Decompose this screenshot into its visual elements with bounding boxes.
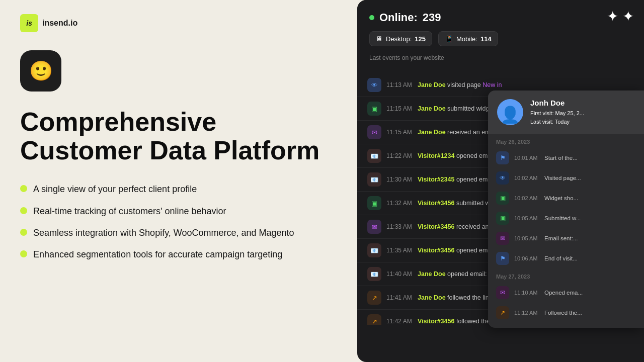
online-indicator	[369, 15, 374, 20]
timeline-text: Submitted w...	[544, 215, 581, 221]
avatar-icon: 👤	[500, 105, 520, 124]
event-time: 11:15 AM	[386, 105, 413, 112]
mobile-badge: 📱 Mobile: 114	[438, 31, 498, 46]
device-row: 🖥 Desktop: 125 📱 Mobile: 114	[369, 31, 632, 46]
event-user: Jane Doe	[418, 105, 446, 112]
event-user: Visitor#3456	[418, 200, 454, 207]
profile-info: Jonh Doe First visit: May 25, 2... Last …	[530, 99, 635, 126]
event-icon: 📧	[367, 243, 381, 257]
event-icon: 📧	[367, 267, 381, 281]
timeline-text: Start of the...	[544, 155, 578, 161]
desktop-icon: 🖥	[376, 35, 383, 43]
feature-item-2: Real-time tracking of customers' online …	[20, 205, 342, 218]
profile-header: 👤 Jonh Doe First visit: May 25, 2... Las…	[488, 90, 644, 134]
event-user: Jane Doe	[418, 294, 446, 301]
online-label: Online:	[379, 11, 418, 24]
event-time: 11:33 AM	[386, 223, 413, 230]
event-icon: ↗	[367, 314, 381, 325]
feature-item-3: Seamless integration with Shopify, WooCo…	[20, 227, 342, 239]
smiley-icon: 🙂	[29, 60, 53, 82]
event-user: Visitor#1234	[418, 152, 454, 159]
profile-meta: First visit: May 25, 2... Last visit: To…	[530, 109, 635, 126]
timeline-time: 10:05 AM	[514, 235, 539, 241]
feature-item-4: Enhanced segmentation tools for accurate…	[20, 248, 342, 261]
event-icon: ▣	[367, 196, 381, 210]
timeline-date: May 26, 2023	[488, 134, 644, 148]
timeline-text: Widget sho...	[544, 195, 578, 201]
mobile-icon: 📱	[445, 35, 453, 43]
timeline-row: ✉ 10:05 AM Email sent:...	[488, 228, 644, 248]
timeline-text: End of visit...	[544, 255, 578, 261]
bullet-icon	[20, 207, 27, 214]
online-count: 239	[423, 11, 441, 24]
timeline-icon: 👁	[496, 171, 509, 185]
app-icon: 🙂	[20, 50, 61, 92]
logo-bar: is insend.io	[20, 14, 342, 32]
event-icon: ▣	[367, 102, 381, 116]
timeline-row: ▣ 10:05 AM Submitted w...	[488, 208, 644, 228]
timeline-icon: ⚑	[496, 252, 509, 265]
logo-icon: is	[20, 14, 38, 32]
event-time: 11:42 AM	[386, 318, 413, 325]
timeline-text: Followed the...	[544, 310, 582, 316]
desktop-badge: 🖥 Desktop: 125	[369, 31, 432, 46]
event-time: 11:40 AM	[386, 270, 413, 278]
feature-item-1: A single view of your perfect client pro…	[20, 183, 342, 196]
timeline-text: Email sent:...	[544, 235, 578, 241]
timeline-time: 10:02 AM	[514, 175, 539, 181]
timeline-row: ⚑ 10:01 AM Start of the...	[488, 148, 644, 168]
timeline-time: 11:12 AM	[514, 310, 539, 316]
event-user: Visitor#3456	[418, 223, 454, 230]
event-icon: 📧	[367, 149, 381, 163]
event-time: 11:35 AM	[386, 247, 413, 254]
timeline-time: 11:10 AM	[514, 290, 539, 296]
logo-text: insend.io	[42, 19, 77, 28]
profile-name: Jonh Doe	[530, 99, 635, 107]
event-icon: ✉	[367, 125, 381, 139]
star-icon-2: ✦	[622, 8, 634, 25]
event-detail: New in	[482, 81, 502, 88]
avatar: 👤	[497, 99, 523, 125]
event-icon: ↗	[367, 291, 381, 305]
event-icon: 👁	[367, 78, 381, 92]
event-user: Visitor#3456	[418, 318, 454, 325]
timeline-row: 👁 10:02 AM Visited page...	[488, 168, 644, 188]
timeline-time: 10:06 AM	[514, 255, 539, 261]
timeline-row: ✉ 11:10 AM Opened ema...	[488, 283, 644, 303]
event-text: Jane Doe visited page New in	[418, 81, 502, 88]
profile-card: 👤 Jonh Doe First visit: May 25, 2... Las…	[488, 90, 644, 328]
timeline-icon: ✉	[496, 232, 509, 245]
event-time: 11:13 AM	[386, 81, 413, 88]
event-user: Jane Doe	[418, 81, 446, 88]
timeline-icon: ▣	[496, 192, 509, 205]
star-icon-1: ✦	[607, 8, 618, 25]
timeline-icon: ▣	[496, 212, 509, 225]
headline: Comprehensive Customer Data Platform	[20, 108, 342, 165]
timeline-icon: ✉	[496, 286, 509, 299]
timeline-text: Visited page...	[544, 175, 581, 181]
timeline-text: Opened ema...	[544, 290, 583, 296]
event-user: Visitor#2345	[418, 176, 454, 183]
dashboard-header: ✦ ✦ Online: 239 🖥 Desktop: 125 📱 Mobile:…	[357, 0, 644, 73]
timeline-date: May 27, 2023	[488, 268, 644, 283]
event-user: Jane Doe	[418, 270, 446, 278]
profile-timeline: May 26, 2023 ⚑ 10:01 AM Start of the... …	[488, 134, 644, 328]
event-user: Jane Doe	[418, 129, 446, 136]
timeline-icon: ⚑	[496, 151, 509, 164]
stars-decoration: ✦ ✦	[607, 8, 634, 25]
last-events-label: Last events on your website	[369, 54, 632, 61]
event-time: 11:32 AM	[386, 200, 413, 207]
left-section: is insend.io 🙂 Comprehensive Customer Da…	[0, 0, 362, 362]
event-time: 11:30 AM	[386, 176, 413, 183]
bullet-icon	[20, 250, 27, 257]
features-list: A single view of your perfect client pro…	[20, 183, 342, 261]
online-row: Online: 239	[369, 11, 632, 24]
timeline-time: 10:05 AM	[514, 215, 539, 221]
event-time: 11:41 AM	[386, 294, 413, 301]
bullet-icon	[20, 229, 27, 236]
timeline-time: 10:02 AM	[514, 195, 539, 201]
event-icon: 📧	[367, 172, 381, 187]
timeline-row: ▣ 10:02 AM Widget sho...	[488, 188, 644, 208]
timeline-time: 10:01 AM	[514, 155, 539, 161]
event-time: 11:15 AM	[386, 129, 413, 136]
